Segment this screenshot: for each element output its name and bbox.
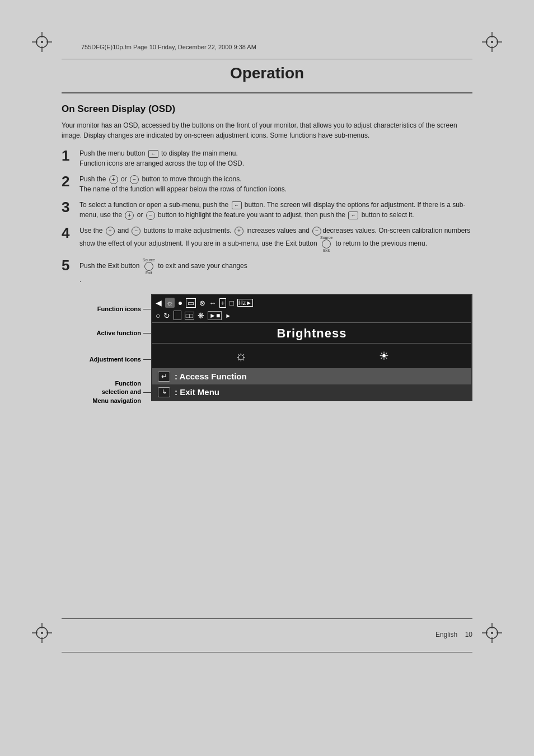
plus-button-icon: + [109, 175, 118, 184]
label-function-icons: Function icons [62, 297, 151, 321]
circle-icon: ○ [156, 311, 160, 320]
lr-icon: ↔ [209, 299, 216, 307]
rotate-icon: ↻ [163, 311, 170, 320]
main-content: Operation On Screen Display (OSD) Your m… [62, 64, 472, 421]
minus-button-icon: − [130, 175, 139, 184]
enter-icon: ↵ [158, 372, 170, 382]
menu-button-icon: ← [148, 150, 158, 158]
step-2: 2 Push the + or − button to move through… [62, 174, 472, 194]
adjustment-icons-text: Adjustment icons [90, 355, 141, 363]
contrast-icon: ● [178, 298, 182, 307]
bottom-rule-top [62, 618, 472, 619]
exit-menu-text: : Exit Menu [175, 387, 219, 397]
step-5-text: Push the Exit button Source Exit to exit… [79, 258, 472, 285]
step-1-text: Push the menu button ← to display the ma… [79, 148, 472, 168]
osd-screen: ◀ ☼ ● ▭ ⊗ ↔ + □ Hz► [151, 294, 472, 401]
plus-icon-4: + [106, 227, 115, 236]
dual-icon: □□ [185, 312, 194, 320]
meta-filename: 755DFG(E)10p.fm Page 10 Friday, December… [78, 44, 259, 50]
osd-row1-icons: ◀ ☼ ● ▭ ⊗ ↔ + □ Hz► [152, 295, 471, 309]
footer-spacer [457, 631, 465, 638]
svg-point-5 [41, 41, 43, 43]
osd-exit-row: ↳ : Exit Menu [152, 384, 471, 400]
osd-brightness-row: Brightness [152, 324, 471, 343]
svg-point-11 [491, 41, 493, 43]
footer: English 10 [62, 631, 472, 638]
top-rule [62, 59, 472, 59]
corner-mark-bl [31, 622, 53, 644]
osd-access-row: ↵ : Access Function [152, 369, 471, 384]
access-function-text: : Access Function [175, 372, 247, 381]
arrow-right-box-icon: ►■ [208, 311, 222, 320]
minus-icon-4: − [132, 227, 140, 236]
step-1: 1 Push the menu button ← to display the … [62, 148, 472, 168]
osd-labels: Function icons Active function Adjustmen… [62, 294, 151, 410]
step-5: 5 Push the Exit button Source Exit to ex… [62, 258, 472, 285]
function-icons-text: Function icons [97, 305, 141, 313]
minus-button-icon-2: − [146, 211, 155, 220]
step-4-text: Use the + and − buttons to make adjustme… [79, 226, 472, 252]
footer-page: 10 [465, 631, 472, 638]
hz-icon: ► [225, 312, 231, 319]
zoom-icon: + [219, 298, 226, 308]
corner-mark-tl [31, 31, 53, 53]
corner-mark-tr [481, 31, 503, 53]
svg-point-17 [41, 632, 43, 634]
step-4-number: 4 [62, 226, 79, 240]
minus-icon-4b: − [312, 227, 321, 236]
osd-row2-icons: ○ ↻ □□ ❋ ►■ ► [152, 309, 471, 322]
step-5-number: 5 [62, 258, 79, 273]
label-adjustment-icons: Adjustment icons [62, 345, 151, 374]
plus-button-icon-2: + [125, 211, 134, 220]
brightness-label: Brightness [277, 326, 347, 341]
square-icon [174, 311, 181, 320]
sun-dim-icon: ☼ [235, 348, 247, 364]
title-rule [62, 92, 472, 93]
step-3-number: 3 [62, 200, 79, 214]
bottom-rule-bot [62, 652, 472, 652]
step-3: 3 To select a function or open a sub-men… [62, 200, 472, 220]
step-4: 4 Use the + and − buttons to make adjust… [62, 226, 472, 252]
focus-icon: ⊗ [199, 299, 205, 307]
select-button-icon: ← [232, 201, 242, 209]
brightness-icon: ☼ [165, 298, 175, 308]
step-3-text: To select a function or open a sub-menu,… [79, 200, 472, 220]
active-function-text: Active function [97, 329, 141, 337]
label-function-selection: Functionselection andMenu navigation [62, 375, 151, 410]
steps-list: 1 Push the menu button ← to display the … [62, 148, 472, 285]
step-2-number: 2 [62, 174, 79, 189]
section-heading: On Screen Display (OSD) [62, 104, 472, 115]
page: 755DFG(E)10p.fm Page 10 Friday, December… [0, 0, 534, 756]
function-selection-text: Functionselection andMenu navigation [92, 379, 141, 405]
exit-button-icon-4 [322, 240, 331, 248]
step-2-text: Push the + or − button to move through t… [79, 174, 472, 194]
custom-icon2: Hz► [237, 299, 253, 307]
confirm-button-icon: ← [348, 212, 358, 219]
corner-mark-br [481, 622, 503, 644]
osd-diagram: Function icons Active function Adjustmen… [62, 294, 472, 410]
footer-language: English [435, 631, 457, 638]
svg-point-23 [491, 632, 493, 634]
cross-icon: ❋ [198, 311, 204, 320]
osd-adj-row: ☼ ☀ [152, 343, 471, 369]
exit-icon: ↳ [158, 387, 170, 397]
intro-text: Your monitor has an OSD, accessed by the… [62, 120, 472, 140]
label-active-function: Active function [62, 322, 151, 344]
step-1-number: 1 [62, 148, 79, 163]
plus-icon-4b: + [235, 227, 243, 236]
custom-icon1: □ [229, 299, 234, 307]
arrow-left-icon: ◀ [156, 298, 162, 307]
osd-divider-1 [152, 322, 471, 323]
exit-button-icon-5 [144, 262, 153, 271]
osd-h-icon: ▭ [186, 298, 196, 308]
page-title: Operation [62, 64, 472, 82]
sun-bright-icon: ☀ [379, 349, 389, 363]
